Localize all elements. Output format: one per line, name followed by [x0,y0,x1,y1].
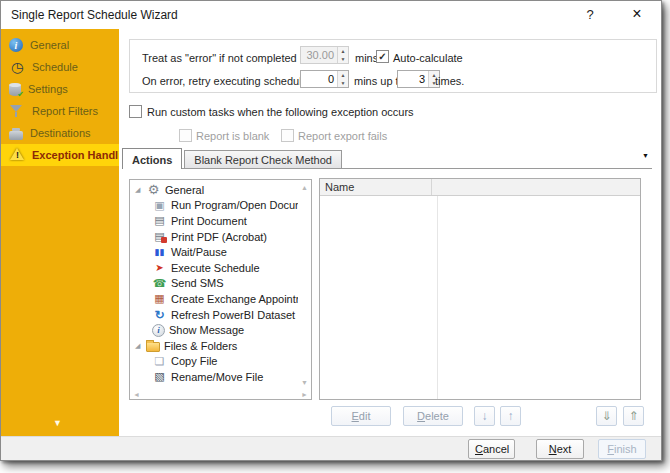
spinner-buttons[interactable]: ▲ ▼ [337,71,348,87]
settings-icon [9,83,21,96]
gear-icon [146,183,161,197]
spinner-down-icon: ▼ [338,55,348,63]
titlebar[interactable]: Single Report Schedule Wizard ? × [1,1,661,29]
help-icon[interactable]: ? [581,7,599,22]
message-icon [152,324,165,337]
sidebar-item-label: Schedule [32,61,78,73]
sidebar-chevron-down-icon[interactable]: ▼ [53,418,62,428]
scroll-up-icon[interactable]: ▲ [301,184,308,191]
scroll-left-icon[interactable]: ◄ [133,391,140,398]
tree-item[interactable]: Rename/Move File [132,369,298,385]
printer-icon [152,214,167,228]
tree-item[interactable]: Print PDF (Acrobat) [132,229,298,245]
delete-button[interactable]: Delete [403,406,463,426]
tab-actions[interactable]: Actions [122,148,182,169]
retry-minutes-value[interactable]: 0 [301,71,337,87]
scroll-down-icon[interactable]: ▼ [301,379,308,386]
move-up-button[interactable]: ↑ [500,406,521,426]
sidebar-item-label: Destinations [30,127,91,139]
tree-item[interactable]: Copy File [132,354,298,370]
delete-file-icon [152,386,167,387]
wizard-sidebar: General Schedule Settings Report Filters [1,29,119,436]
retry-minutes-spinner[interactable]: 0 ▲ ▼ [300,70,349,88]
run-custom-tasks-checkbox[interactable] [129,105,142,118]
spinner-down-icon[interactable]: ▼ [338,79,348,87]
sidebar-item[interactable]: Report Filters [1,100,119,122]
export-icon: ⇓ [601,409,611,423]
tree-item-label: Create Exchange Appointment [171,293,298,305]
sidebar-item[interactable]: Exception Handling [1,144,119,166]
sidebar-item[interactable]: General [1,34,119,56]
sidebar-item-label: General [30,39,69,51]
scroll-right-icon[interactable]: ► [301,391,308,398]
run-custom-tasks-label: Run custom tasks when the following exce… [147,106,414,118]
copy-file-icon [152,354,167,368]
tree-item[interactable]: Show Message [132,322,298,338]
arrow-up-icon: ↑ [508,409,514,423]
tree-item[interactable]: Print Document [132,213,298,229]
tree-item-label: Refresh PowerBI Dataset [171,309,295,321]
move-down-button[interactable]: ↓ [474,406,495,426]
retry-times-value[interactable]: 3 [398,71,428,87]
actions-table: Name [319,178,641,400]
tab-blank-report-check-method[interactable]: Blank Report Check Method [184,150,342,168]
tree-item[interactable]: Files & Folders [132,338,298,354]
tree-item-label: Rename/Move File [171,371,263,383]
tree-item[interactable]: Delete File [132,385,298,387]
tree-item[interactable]: Send SMS [132,276,298,292]
import-icon: ⇑ [628,409,638,423]
report-is-blank-checkbox [179,129,192,142]
run-program-icon [152,198,167,212]
tree-item[interactable]: Execute Schedule [132,260,298,276]
refresh-icon [152,308,167,322]
finish-button[interactable]: Finish [598,439,646,459]
close-icon[interactable]: × [627,5,647,23]
sidebar-item[interactable]: Settings [1,78,119,100]
timeout-value: 30.00 [301,47,337,63]
tree-item[interactable]: General [132,182,298,198]
rename-file-icon [152,370,167,384]
warning-icon [9,147,25,163]
sidebar-item[interactable]: Schedule [1,56,119,78]
retry-times-spinner[interactable]: 3 ▲ ▼ [397,70,440,88]
column-header-extra[interactable] [432,179,640,195]
pause-icon [152,245,167,259]
footer-bar: Cancel Next Finish [1,436,661,460]
printer-pdf-icon [152,230,167,244]
next-button[interactable]: Next [536,439,584,459]
expander-icon[interactable] [135,186,146,194]
folder-icon [146,342,160,352]
tree-item-label: Files & Folders [164,340,237,352]
export-actions-button[interactable]: ⇓ [596,406,617,426]
tree-item-label: General [165,184,204,196]
retry-times-unit-label: times. [435,75,464,87]
expander-icon[interactable] [135,342,146,350]
tree-item[interactable]: Create Exchange Appointment [132,291,298,307]
import-actions-button[interactable]: ⇑ [623,406,644,426]
appointment-icon [152,292,167,306]
tree-item-label: Copy File [171,355,217,367]
report-is-blank-label: Report is blank [196,130,269,142]
tree-item[interactable]: Run Program/Open Document [132,198,298,214]
edit-button[interactable]: Edit [331,406,391,426]
execute-icon [152,261,167,275]
tree-item[interactable]: Wait/Pause [132,244,298,260]
filters-icon [9,103,25,119]
column-header-name[interactable]: Name [320,179,432,195]
auto-calculate-checkbox[interactable]: ✓ [376,50,389,63]
spinner-up-icon: ▲ [338,47,348,55]
cancel-button[interactable]: Cancel [468,439,515,459]
sidebar-item-label: Settings [28,83,68,95]
content-panel: Treat as "error" if not completed in 30.… [119,29,661,436]
tree-item-label: Print PDF (Acrobat) [171,231,267,243]
tree-item-label: Run Program/Open Document [171,199,298,211]
tree-item[interactable]: Refresh PowerBI Dataset [132,307,298,323]
sidebar-item-label: Report Filters [32,105,98,117]
auto-calculate-label: Auto-calculate [393,52,463,64]
sidebar-item[interactable]: Destinations [1,122,119,144]
report-export-fails-checkbox [281,129,294,142]
actions-tree-panel: General Run Program/Open Document Prin [129,179,312,400]
chevron-down-icon[interactable]: ▼ [642,152,649,159]
error-settings-group: Treat as "error" if not completed in 30.… [129,39,657,93]
spinner-up-icon[interactable]: ▲ [338,71,348,79]
